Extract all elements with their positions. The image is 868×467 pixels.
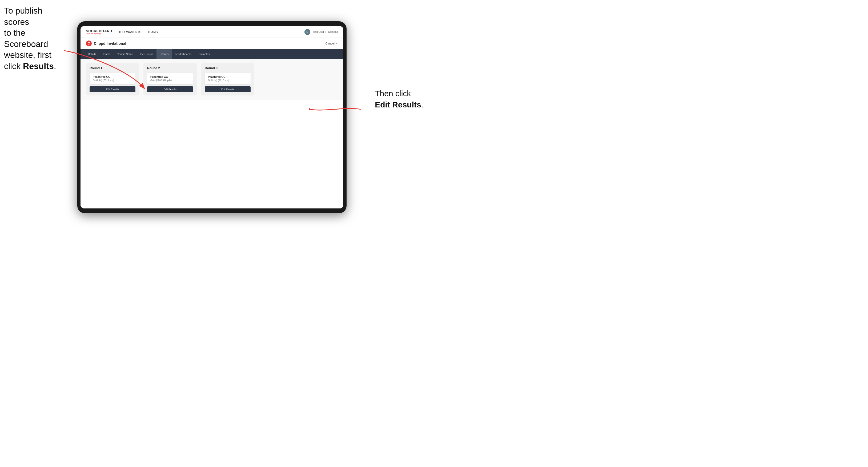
- tournament-title-area: C Clippd Invitational: [86, 40, 126, 46]
- tab-leaderboards[interactable]: Leaderboards: [172, 49, 195, 59]
- round-title: Round 1: [90, 66, 135, 70]
- sign-out-link[interactable]: Sign out: [328, 30, 338, 33]
- round-card-1: Round 1 Peachtree GC Gold (M) (7010 yds)…: [86, 63, 139, 95]
- instruction-left: To publish scores to the Scoreboard webs…: [4, 5, 65, 72]
- tablet-device: SCOREBOARD Powered by clippd TOURNAMENTS…: [77, 21, 347, 213]
- clippd-logo: C: [86, 40, 92, 46]
- course-name: Peachtree GC: [150, 75, 190, 79]
- course-card: Peachtree GC Gold (M) (7010 yds): [205, 73, 251, 84]
- logo-subtitle: Powered by clippd: [86, 33, 112, 35]
- logo-title: SCOREBOARD: [86, 29, 112, 33]
- course-card: Peachtree GC Gold (M) (7010 yds): [147, 73, 193, 84]
- nav-links: TOURNAMENTS TEAMS: [119, 29, 304, 35]
- tab-printables[interactable]: Printables: [195, 49, 213, 59]
- top-navigation: SCOREBOARD Powered by clippd TOURNAMENTS…: [81, 26, 343, 38]
- tab-details[interactable]: Details: [85, 49, 99, 59]
- nav-tournaments[interactable]: TOURNAMENTS: [119, 29, 141, 35]
- edit-results-button-2[interactable]: Edit Results: [147, 86, 193, 92]
- tab-navigation: DetailsTeamsCourse SetupTee GroupsResult…: [81, 49, 343, 59]
- nav-teams[interactable]: TEAMS: [148, 29, 158, 35]
- main-content: C Clippd Invitational Cancel ✕ DetailsTe…: [81, 38, 343, 209]
- course-detail: Gold (M) (7010 yds): [93, 79, 132, 82]
- round-card-3: Round 3 Peachtree GC Gold (M) (7010 yds)…: [201, 63, 254, 95]
- user-avatar: U: [304, 29, 310, 35]
- course-detail: Gold (M) (7010 yds): [208, 79, 247, 82]
- tournament-name: Clippd Invitational: [94, 41, 126, 45]
- tournament-header: C Clippd Invitational Cancel ✕: [81, 38, 343, 49]
- tab-teams[interactable]: Teams: [99, 49, 114, 59]
- round-title: Round 3: [205, 66, 251, 70]
- rounds-content: Round 1 Peachtree GC Gold (M) (7010 yds)…: [81, 59, 343, 100]
- rounds-grid: Round 1 Peachtree GC Gold (M) (7010 yds)…: [86, 63, 338, 95]
- course-card: Peachtree GC Gold (M) (7010 yds): [90, 73, 135, 84]
- course-name: Peachtree GC: [93, 75, 132, 79]
- cancel-button[interactable]: Cancel ✕: [326, 42, 338, 45]
- tab-course-setup[interactable]: Course Setup: [114, 49, 136, 59]
- tab-tee-groups[interactable]: Tee Groups: [136, 49, 156, 59]
- course-name: Peachtree GC: [208, 75, 247, 79]
- round-card-2: Round 2 Peachtree GC Gold (M) (7010 yds)…: [144, 63, 197, 95]
- nav-right: U Test User | Sign out: [304, 29, 338, 35]
- logo-area: SCOREBOARD Powered by clippd: [86, 29, 112, 35]
- tab-results[interactable]: Results: [156, 49, 172, 59]
- user-name: Test User |: [313, 30, 326, 33]
- round-title: Round 2: [147, 66, 193, 70]
- course-detail: Gold (M) (7010 yds): [150, 79, 190, 82]
- tablet-screen: SCOREBOARD Powered by clippd TOURNAMENTS…: [81, 26, 343, 209]
- edit-results-button-1[interactable]: Edit Results: [90, 86, 135, 92]
- edit-results-button-3[interactable]: Edit Results: [205, 86, 251, 92]
- instruction-right: Then click Edit Results.: [375, 88, 423, 111]
